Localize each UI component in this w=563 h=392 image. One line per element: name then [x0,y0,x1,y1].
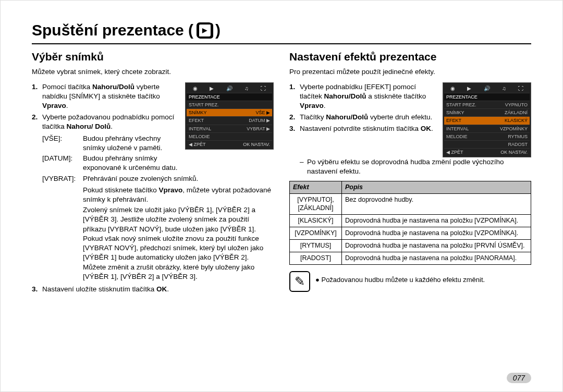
lcd-row: MELODIERYTMUS [444,132,530,140]
table-row: [RADOST]Doprovodná hudba je nastavena na… [290,252,531,264]
th-popis: Popis [342,181,531,193]
right-steps: 1. Vyberte podnabídku [EFEKT] pomocí tla… [289,82,439,136]
page-number: 077 [507,373,531,383]
step-number: 2. [32,113,42,131]
right-intro: Pro prezentaci můžete použít jedinečné e… [289,67,531,77]
note-box: ✎ Požadovanou hudbu můžete u každého efe… [289,271,531,292]
lcd-row: EFEKTKLASICKÝ [444,116,530,124]
note-text: Požadovanou hudbu můžete u každého efekt… [315,271,485,285]
step-text: Nastavení potvrdíte stisknutím tlačítka … [300,124,439,133]
right-step-3: 3. Nastavení potvrdíte stisknutím tlačít… [289,124,439,133]
step-number: 2. [289,113,300,122]
pencil-note-icon: ✎ [289,271,310,292]
slideshow-icon [197,22,212,38]
lcd-row: SNÍMKYVŠE ▶ [187,108,272,116]
left-sublist-cont: [VYBRAT]: Přehrávání pouze zvolených sní… [42,174,274,183]
left-step-2: 2. Vyberte požadovanou podnabídku pomocí… [32,113,182,131]
lcd-top-icons: ◉▶🔊♫⛶ [187,84,272,93]
right-step-1: 1. Vyberte podnabídku [EFEKT] pomocí tla… [289,82,439,111]
th-efekt: Efekt [290,181,342,193]
left-column: Výběr snímků Můžete vybrat snímek, který… [32,50,274,296]
step-number: 1. [32,82,42,111]
lcd-row: SNÍMKYZÁKLADNÍ [444,108,530,116]
left-step-3: 3. Nastavení uložíte stisknutím tlačítka… [32,285,274,294]
table-row: [RYTMUS]Doprovodná hudba je nastavena na… [290,240,531,252]
right-heading: Nastavení efektů prezentace [289,50,531,64]
step-number: 3. [32,285,42,294]
vybrat-extra: Pokud stisknete tlačítko Vpravo, můžete … [83,186,274,281]
left-steps: 1. Pomocí tlačítka Nahoru/Dolů vyberte n… [32,82,182,174]
lcd-row: MELODIE [187,132,272,140]
left-intro: Můžete vybrat snímek, který chcete zobra… [32,67,274,77]
step-text: Pomocí tlačítka Nahoru/Dolů vyberte nabí… [42,82,182,111]
page-title-end: ) [215,21,221,39]
lcd-screenshot-left: ◉▶🔊♫⛶ PREZENTACE START PREZ. SNÍMKYVŠE ▶… [185,82,274,150]
sub-row: [VŠE]: Budou přehrány všechny snímky ulo… [42,134,182,153]
columns: Výběr snímků Můžete vybrat snímek, který… [32,50,531,296]
effect-table: Efekt Popis [VYPNUTO], [ZÁKLADNÍ]Bez dop… [289,181,531,265]
lcd-top-icons: ◉▶🔊♫⛶ [444,84,530,93]
right-column: Nastavení efektů prezentace Pro prezenta… [289,50,531,296]
lcd-row: START PREZ. [187,101,272,108]
lcd-row: START PREZ.VYPNUTO [444,101,530,108]
manual-page: Spuštění prezentace ( ) Výběr snímků Můž… [0,0,563,392]
table-row: [KLASICKÝ]Doprovodná hudba je nastavena … [290,215,531,227]
right-steps-with-lcd: 1. Vyberte podnabídku [EFEKT] pomocí tla… [289,82,531,158]
left-step-1: 1. Pomocí tlačítka Nahoru/Dolů vyberte n… [32,82,182,111]
left-sublist: [VŠE]: Budou přehrány všechny snímky ulo… [42,134,182,173]
step-text: Vyberte požadovanou podnabídku pomocí tl… [42,113,182,131]
lcd-row: RADOST [444,140,530,148]
table-row: [VYPNUTO], [ZÁKLADNÍ]Bez doprovodné hudb… [290,193,531,215]
lcd-bottom: ◀ ZPĚTOK NASTAV. [187,140,272,148]
table-row: [VZPOMÍNKY]Doprovodná hudba je nastavena… [290,227,531,240]
sub-row: [DATUM]: Budou přehrány snímky exponovan… [42,154,182,173]
lcd-bottom: ◀ ZPĚTOK NASTAV. [444,148,530,156]
lcd-row: EFEKTDATUM ▶ [187,116,272,124]
left-steps-with-lcd: 1. Pomocí tlačítka Nahoru/Dolů vyberte n… [32,82,274,174]
lcd-screenshot-right: ◉▶🔊♫⛶ PREZENTACE START PREZ.VYPNUTO SNÍM… [443,82,531,158]
step-number: 3. [289,124,300,133]
sub-row: [VYBRAT]: Přehrávání pouze zvolených sní… [42,174,274,183]
lcd-row: INTERVALVYBRAT ▶ [187,125,272,132]
page-title-text: Spuštění prezentace ( [32,21,193,39]
step-number: 1. [289,82,300,111]
lcd-row: INTERVALVZPOMÍNKY [444,125,530,132]
lcd-head: PREZENTACE [187,93,272,101]
step-text: Vyberte podnabídku [EFEKT] pomocí tlačít… [300,82,439,111]
step-text: Nastavení uložíte stisknutím tlačítka OK… [42,285,274,294]
right-step-2: 2. Tlačítky Nahoru/Dolů vyberte druh efe… [289,113,439,122]
page-title: Spuštění prezentace ( ) [32,21,531,44]
step-text: Tlačítky Nahoru/Dolů vyberte druh efektu… [300,113,439,122]
right-dash-note: – Po výběru efektu se doprovodná hudba z… [300,157,531,176]
lcd-head: PREZENTACE [444,93,530,101]
table-header-row: Efekt Popis [290,181,531,193]
left-heading: Výběr snímků [32,50,274,64]
